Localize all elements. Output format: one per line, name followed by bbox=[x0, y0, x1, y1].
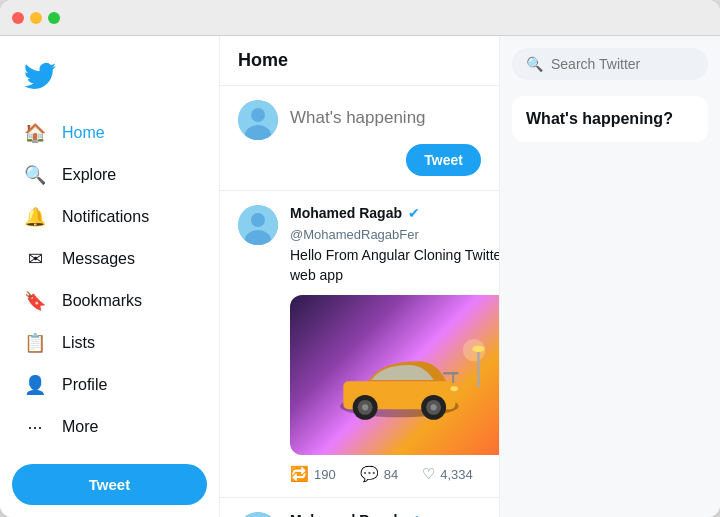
tweet-actions: 🔁 190 💬 84 ♡ 4,334 ⬆ bbox=[290, 465, 500, 483]
close-button[interactable] bbox=[12, 12, 24, 24]
main-feed: Home Tweet bbox=[220, 36, 500, 517]
svg-point-16 bbox=[451, 386, 458, 391]
sidebar-item-label: Messages bbox=[62, 250, 135, 268]
search-input[interactable] bbox=[551, 56, 694, 72]
like-icon: ♡ bbox=[422, 465, 435, 483]
sidebar-item-label: Lists bbox=[62, 334, 95, 352]
compose-tweet-button[interactable]: Tweet bbox=[406, 144, 481, 176]
sidebar-item-label: Profile bbox=[62, 376, 107, 394]
svg-point-20 bbox=[238, 512, 278, 517]
lists-icon: 📋 bbox=[24, 332, 46, 354]
tweet-text: Hello From Angular Cloning Twitter web a… bbox=[290, 246, 500, 285]
right-sidebar: 🔍 What's happening? bbox=[500, 36, 720, 517]
comment-count: 84 bbox=[384, 467, 398, 482]
sidebar-logo bbox=[12, 52, 207, 104]
svg-rect-8 bbox=[443, 372, 459, 374]
sidebar: 🏠 Home 🔍 Explore 🔔 Notifications ✉ Messa… bbox=[0, 36, 220, 517]
svg-point-1 bbox=[251, 108, 265, 122]
sidebar-item-label: Explore bbox=[62, 166, 116, 184]
compose-input[interactable] bbox=[290, 100, 481, 136]
notifications-icon: 🔔 bbox=[24, 206, 46, 228]
sidebar-item-profile[interactable]: 👤 Profile bbox=[12, 364, 207, 406]
tweets-container: Mohamed Ragab ✔ @MohamedRagabFer Hello F… bbox=[220, 191, 499, 517]
profile-icon: 👤 bbox=[24, 374, 46, 396]
tweet-card: Mohamed Ragab ✔ @MohamedRagabFer Hello F… bbox=[220, 191, 499, 498]
tweet-header: Mohamed Ragab ✔ @MohamedRagabFer bbox=[290, 512, 500, 517]
tweet-header: Mohamed Ragab ✔ @MohamedRagabFer bbox=[290, 205, 500, 242]
more-icon: ··· bbox=[24, 416, 46, 438]
tweet-avatar bbox=[238, 512, 278, 517]
trending-title: What's happening? bbox=[526, 110, 694, 128]
titlebar bbox=[0, 0, 720, 36]
svg-point-12 bbox=[363, 404, 369, 410]
messages-icon: ✉ bbox=[24, 248, 46, 270]
search-icon: 🔍 bbox=[526, 56, 543, 72]
home-icon: 🏠 bbox=[24, 122, 46, 144]
like-count: 4,334 bbox=[440, 467, 473, 482]
tweet-car-illustration bbox=[306, 307, 493, 443]
sidebar-item-home[interactable]: 🏠 Home bbox=[12, 112, 207, 154]
maximize-button[interactable] bbox=[48, 12, 60, 24]
svg-point-19 bbox=[473, 346, 485, 352]
sidebar-tweet-button[interactable]: Tweet bbox=[12, 464, 207, 505]
tweet-handle: @MohamedRagabFer bbox=[290, 227, 419, 242]
svg-rect-18 bbox=[478, 350, 480, 387]
tweet-image bbox=[290, 295, 500, 455]
feed-header: Home bbox=[220, 36, 499, 86]
twitter-logo-icon bbox=[24, 60, 56, 92]
bookmarks-icon: 🔖 bbox=[24, 290, 46, 312]
explore-icon: 🔍 bbox=[24, 164, 46, 186]
traffic-lights bbox=[12, 12, 60, 24]
tweet-username: Mohamed Ragab bbox=[290, 512, 402, 517]
compose-box: Tweet bbox=[220, 86, 499, 191]
comment-action[interactable]: 💬 84 bbox=[360, 465, 398, 483]
search-box[interactable]: 🔍 bbox=[512, 48, 708, 80]
trending-box: What's happening? bbox=[512, 96, 708, 142]
tweet-card: Mohamed Ragab ✔ @MohamedRagabFer Hello F… bbox=[220, 498, 499, 517]
minimize-button[interactable] bbox=[30, 12, 42, 24]
svg-rect-9 bbox=[453, 372, 455, 383]
sidebar-item-label: More bbox=[62, 418, 98, 436]
comment-icon: 💬 bbox=[360, 465, 379, 483]
verified-icon: ✔ bbox=[408, 512, 420, 517]
sidebar-item-notifications[interactable]: 🔔 Notifications bbox=[12, 196, 207, 238]
nav-items-container: 🏠 Home 🔍 Explore 🔔 Notifications ✉ Messa… bbox=[12, 112, 207, 448]
app-window: 🏠 Home 🔍 Explore 🔔 Notifications ✉ Messa… bbox=[0, 0, 720, 517]
svg-point-15 bbox=[431, 404, 437, 410]
sidebar-item-explore[interactable]: 🔍 Explore bbox=[12, 154, 207, 196]
verified-icon: ✔ bbox=[408, 205, 420, 221]
sidebar-item-lists[interactable]: 📋 Lists bbox=[12, 322, 207, 364]
tweet-username: Mohamed Ragab bbox=[290, 205, 402, 221]
like-action[interactable]: ♡ 4,334 bbox=[422, 465, 473, 483]
sidebar-item-label: Home bbox=[62, 124, 105, 142]
svg-point-4 bbox=[251, 213, 265, 227]
sidebar-item-bookmarks[interactable]: 🔖 Bookmarks bbox=[12, 280, 207, 322]
retweet-icon: 🔁 bbox=[290, 465, 309, 483]
sidebar-item-label: Notifications bbox=[62, 208, 149, 226]
compose-avatar-image bbox=[238, 100, 278, 140]
retweet-action[interactable]: 🔁 190 bbox=[290, 465, 336, 483]
tweet-avatar bbox=[238, 205, 278, 245]
tweet-content: Mohamed Ragab ✔ @MohamedRagabFer Hello F… bbox=[290, 512, 500, 517]
compose-right: Tweet bbox=[290, 100, 481, 176]
tweet-content: Mohamed Ragab ✔ @MohamedRagabFer Hello F… bbox=[290, 205, 500, 483]
sidebar-item-messages[interactable]: ✉ Messages bbox=[12, 238, 207, 280]
sidebar-item-label: Bookmarks bbox=[62, 292, 142, 310]
app-body: 🏠 Home 🔍 Explore 🔔 Notifications ✉ Messa… bbox=[0, 36, 720, 517]
compose-actions: Tweet bbox=[290, 144, 481, 176]
sidebar-item-more[interactable]: ··· More bbox=[12, 406, 207, 448]
compose-avatar bbox=[238, 100, 278, 140]
retweet-count: 190 bbox=[314, 467, 336, 482]
